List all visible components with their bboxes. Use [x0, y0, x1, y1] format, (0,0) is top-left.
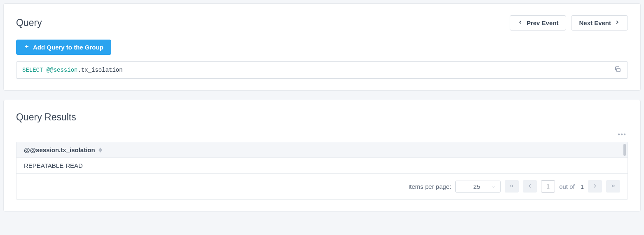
column-header-label: @@session.tx_isolation: [24, 146, 95, 153]
results-table: @@session.tx_isolation REPEATABLE-READ I…: [16, 142, 628, 200]
svg-point-3: [618, 134, 620, 135]
pagination-bar: Items per page: 25 out of 1: [16, 174, 628, 199]
results-title: Query Results: [16, 112, 628, 123]
next-event-label: Next Event: [579, 19, 611, 26]
results-actions: [16, 129, 628, 139]
prev-event-button[interactable]: Prev Event: [510, 15, 567, 31]
add-query-label: Add Query to the Group: [33, 44, 103, 51]
out-of-label: out of: [559, 183, 575, 190]
svg-marker-6: [98, 148, 102, 150]
sql-session: @@session: [47, 67, 78, 73]
svg-rect-2: [617, 68, 620, 72]
chevrons-right-icon: [610, 183, 616, 190]
chevron-right-icon: [592, 183, 598, 190]
add-query-button[interactable]: Add Query to the Group: [16, 40, 111, 55]
next-page-button[interactable]: [588, 180, 602, 193]
next-event-button[interactable]: Next Event: [571, 15, 628, 31]
prev-page-button[interactable]: [523, 180, 537, 193]
chevron-left-icon: [527, 183, 533, 190]
last-page-button[interactable]: [606, 180, 620, 193]
first-page-button[interactable]: [505, 180, 519, 193]
sql-rest: .tx_isolation: [77, 67, 122, 73]
ellipsis-icon: [618, 130, 626, 137]
svg-point-4: [621, 134, 623, 135]
prev-event-label: Prev Event: [527, 19, 559, 26]
total-pages: 1: [581, 183, 584, 190]
svg-point-5: [624, 134, 625, 135]
chevrons-left-icon: [509, 183, 515, 190]
query-panel: Query Prev Event Next Event Add Query to…: [3, 3, 641, 91]
chevron-right-icon: [614, 19, 620, 26]
sort-icon: [98, 148, 102, 153]
query-title: Query: [16, 17, 42, 28]
items-per-page-value: 25: [473, 183, 480, 190]
copy-button[interactable]: [612, 64, 623, 76]
query-panel-header: Query Prev Event Next Event: [16, 15, 628, 31]
chevron-left-icon: [518, 19, 523, 26]
items-per-page-select[interactable]: 25: [455, 181, 501, 193]
event-nav-buttons: Prev Event Next Event: [510, 15, 628, 31]
copy-icon: [614, 66, 621, 75]
results-panel: Query Results @@session.tx_isolation REP…: [3, 100, 641, 212]
more-actions-button[interactable]: [616, 129, 628, 139]
chevron-down-icon: [491, 183, 496, 190]
items-per-page-label: Items per page:: [408, 183, 451, 190]
sql-code-box: SELECT @@session.tx_isolation: [16, 61, 628, 79]
table-row: REPEATABLE-READ: [16, 158, 628, 174]
column-header[interactable]: @@session.tx_isolation: [16, 142, 628, 158]
page-input[interactable]: [541, 180, 555, 193]
sql-keyword: SELECT: [22, 67, 43, 73]
svg-marker-7: [98, 150, 102, 152]
cell-value: REPEATABLE-READ: [24, 162, 83, 169]
plus-icon: [24, 44, 30, 51]
